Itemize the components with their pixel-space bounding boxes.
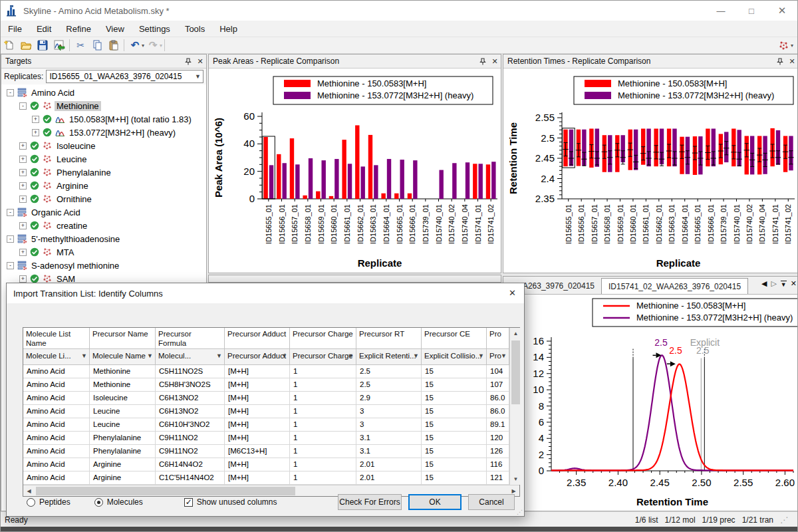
column-type-combobox[interactable]: Pro▼ <box>487 349 509 364</box>
expand-icon[interactable]: + <box>32 116 39 123</box>
cancel-button[interactable]: Cancel <box>468 494 515 510</box>
menu-item-tools[interactable]: Tools <box>178 21 212 37</box>
table-row[interactable]: Amino AcidPhenylalanineC9H11NO2[M6C13+H]… <box>23 445 509 458</box>
tree-item-creatine[interactable]: +creatine <box>1 219 206 232</box>
retention-times-chart[interactable]: 2.352.42.452.52.55ID15655_01ID15656_01ID… <box>503 68 798 273</box>
table-row[interactable]: Amino AcidIsoleucineC6H13NO2[M+H]12.9158… <box>23 392 509 405</box>
column-type-combobox[interactable]: Precursor Charge▼ <box>290 349 356 364</box>
tree-item-5-methylthioadenosine[interactable]: -5'-methylthioadenosine <box>1 232 206 245</box>
save-button[interactable] <box>35 38 51 53</box>
menu-item-edit[interactable]: Edit <box>29 21 59 37</box>
svg-text:40: 40 <box>243 138 255 149</box>
collapse-icon[interactable]: - <box>19 102 27 110</box>
peak-areas-close-icon[interactable]: ✕ <box>489 56 501 66</box>
table-row[interactable]: Amino AcidLeucineC6H10H'3NO2[M+H]131589.… <box>23 418 509 432</box>
menu-item-file[interactable]: File <box>1 21 29 37</box>
tree-item-s-adenosyl-methionine[interactable]: -S-adenosyl methionine <box>1 259 206 272</box>
chromatogram-close-icon[interactable]: ✕ <box>791 279 797 288</box>
peak-areas-chart[interactable]: 0204060ID15655_01ID15656_01ID15657_01ID1… <box>209 68 502 273</box>
tree-item-ornithine[interactable]: +Ornithine <box>1 192 206 205</box>
retention-times-close-icon[interactable]: ✕ <box>786 56 798 66</box>
expand-icon[interactable]: + <box>32 129 39 136</box>
cut-button[interactable]: ✂ <box>72 38 88 53</box>
chromatogram-tab-active[interactable]: ID15741_02_WAA263_3976_020415 <box>601 278 748 294</box>
paste-button[interactable] <box>106 38 122 53</box>
expand-icon[interactable]: + <box>19 169 27 176</box>
targets-close-icon[interactable]: ✕ <box>194 56 206 66</box>
tree-item-phenylalanine[interactable]: +Phenylalanine <box>1 166 206 179</box>
peptides-radio[interactable]: Peptides <box>27 497 70 507</box>
table-row[interactable]: Amino AcidMethionineC5H11NO2S[M+H]12.515… <box>23 365 509 378</box>
expand-icon[interactable]: + <box>19 196 27 203</box>
column-type-combobox[interactable]: Molecule Name▼ <box>90 349 156 364</box>
resize-grip[interactable]: ⋰ <box>517 509 523 515</box>
show-unused-columns-checkbox[interactable]: Show unused columns <box>184 497 277 507</box>
tree-item-isoleucine[interactable]: +Isoleucine <box>1 139 206 152</box>
tab-scroll-left-icon[interactable]: ◀ <box>761 279 767 288</box>
undo-dropdown-icon[interactable]: ▾ <box>142 43 144 49</box>
menu-item-refine[interactable]: Refine <box>59 21 98 37</box>
pin-icon[interactable] <box>774 56 786 66</box>
integration-molecule-button[interactable] <box>776 39 792 53</box>
pin-icon[interactable] <box>477 56 489 66</box>
collapse-icon[interactable]: - <box>7 262 14 269</box>
undo-button[interactable]: ↶ <box>127 38 143 53</box>
menu-item-settings[interactable]: Settings <box>132 21 178 37</box>
copy-button[interactable] <box>89 38 105 53</box>
expand-icon[interactable]: + <box>19 142 27 150</box>
maximize-button[interactable]: □ <box>736 1 767 21</box>
redo-button[interactable]: ↷ <box>145 38 161 53</box>
expand-icon[interactable]: + <box>19 182 27 190</box>
dialog-close-icon[interactable]: ✕ <box>509 288 516 298</box>
collapse-icon[interactable]: - <box>7 235 14 243</box>
column-type-combobox[interactable]: Molecul...▼ <box>156 349 225 364</box>
tab-menu-icon[interactable]: ▼ <box>781 281 787 287</box>
tree-item-arginine[interactable]: +Arginine <box>1 179 206 192</box>
table-row[interactable]: Amino AcidArginineC1C'5H14N4O2[M+H]12.01… <box>23 471 509 485</box>
close-button[interactable]: ✕ <box>767 1 797 21</box>
minimize-button[interactable]: — <box>706 1 736 21</box>
expand-icon[interactable]: + <box>19 156 27 163</box>
new-document-button[interactable] <box>1 38 17 53</box>
expand-icon[interactable]: + <box>19 222 27 229</box>
ok-button[interactable]: OK <box>408 494 462 510</box>
integration-dropdown-icon[interactable]: ▾ <box>791 43 793 49</box>
import-results-button[interactable] <box>51 38 67 53</box>
open-file-button[interactable] <box>18 38 34 53</box>
collapse-icon[interactable]: - <box>7 209 14 216</box>
tree-item-150-0583-m-h-total-ratio-1-83-[interactable]: +150.0583[M+H] (total ratio 1.83) <box>1 112 206 126</box>
table-row[interactable]: Amino AcidPhenylalanineC9H11NO2[M+H]13.1… <box>23 432 509 445</box>
column-type-combobox[interactable]: Explicit Collisio...▼ <box>422 349 487 364</box>
pin-icon[interactable] <box>182 56 194 66</box>
tree-item-label: Organic Acid <box>29 207 82 217</box>
table-row[interactable]: Amino AcidLeucineC6H13NO2[M+H]131586.0 <box>23 405 509 418</box>
column-type-combobox[interactable]: Molecule Li...▼ <box>23 349 90 364</box>
replicates-combobox[interactable]: ID15655_01_WAA263_3976_020415 ▼ <box>46 70 203 83</box>
table-row[interactable]: Amino AcidArginineC6H14N4O2[M+H]12.01151… <box>23 458 509 471</box>
menu-item-help[interactable]: Help <box>212 21 245 37</box>
tree-item-methionine[interactable]: -Methionine <box>1 99 206 112</box>
tab-scroll-right-icon[interactable]: ▷ <box>771 279 776 288</box>
column-type-combobox[interactable]: Explicit Retenti...▼ <box>356 349 422 364</box>
tree-item-leucine[interactable]: +Leucine <box>1 152 206 166</box>
menu-item-view[interactable]: View <box>98 21 132 37</box>
column-type-combobox[interactable]: Precursor Adduct▼ <box>225 349 290 364</box>
table-cell: [M+H] <box>225 365 290 378</box>
tree-item-organic-acid[interactable]: -Organic Acid <box>1 205 206 219</box>
tree-item-153-0772-m3h2-h-heavy-[interactable]: +153.0772[M3H2+H] (heavy) <box>1 126 206 139</box>
redo-dropdown-icon[interactable]: ▾ <box>160 43 162 49</box>
table-row[interactable]: Amino AcidMethionineC5H8H'3NO2S[M+H]12.5… <box>23 378 509 392</box>
chromatogram-chart[interactable]: 02468101214162.352.402.452.502.552.602.5… <box>503 295 798 511</box>
table-cell: 121 <box>487 471 509 484</box>
vscroll-thumb[interactable] <box>511 340 520 404</box>
expand-icon[interactable]: + <box>19 275 27 283</box>
tree-item-amino-acid[interactable]: -Amino Acid <box>1 86 206 99</box>
collapse-icon[interactable]: - <box>7 89 14 96</box>
molecules-radio[interactable]: Molecules <box>94 497 143 507</box>
check-for-errors-button[interactable]: Check For Errors <box>338 494 402 510</box>
tree-item-mta[interactable]: +MTA <box>1 245 206 259</box>
vertical-scrollbar[interactable]: ▲ ▼ <box>509 328 521 485</box>
scroll-up-icon[interactable]: ▲ <box>510 328 521 339</box>
scroll-down-icon[interactable]: ▼ <box>510 473 521 485</box>
expand-icon[interactable]: + <box>19 249 27 256</box>
